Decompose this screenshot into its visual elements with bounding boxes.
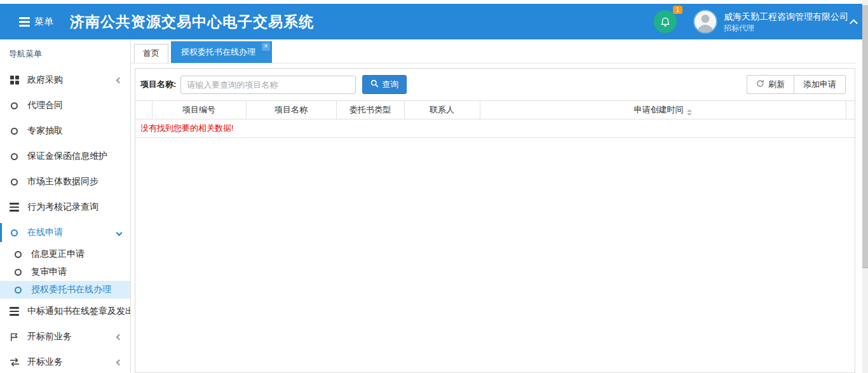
table-empty-area: [135, 138, 855, 372]
applications-table: 项目编号 项目名称 委托书类型 联系人 申请创建时间 没有找到您要的相关数据!: [135, 100, 855, 138]
sidebar-item-label: 中标通知书在线签章及发出: [27, 306, 131, 317]
column-contact-person[interactable]: 联系人: [404, 101, 480, 119]
sidebar-item-label: 信息更正申请: [31, 248, 85, 260]
sidebar-item-label: 市场主体数据同步: [27, 176, 98, 187]
action-button-group: 刷新 添加申请: [747, 75, 846, 94]
refresh-icon: [756, 79, 764, 90]
query-button-label: 查询: [382, 79, 398, 90]
circle-icon: [9, 179, 20, 186]
sidebar-item-label: 开标业务: [27, 356, 63, 368]
sidebar-item-label: 开标前业务: [27, 331, 72, 342]
chevron-down-icon: [116, 229, 123, 236]
sidebar-item-authorization-letter-online[interactable]: 授权委托书在线办理: [0, 281, 130, 299]
chevron-left-icon: [116, 77, 123, 83]
main-content: 首页 授权委托书在线办理 × 项目名称: 查询: [131, 39, 868, 373]
user-info[interactable]: 威海天勤工程咨询管理有限公司 招标代理: [724, 12, 848, 32]
column-creation-time[interactable]: 申请创建时间: [480, 101, 846, 119]
sidebar-item-agency-contract[interactable]: 代理合同: [0, 93, 130, 118]
tab-label: 授权委托书在线办理: [181, 47, 255, 57]
sidebar-item-label: 代理合同: [27, 100, 63, 111]
circle-icon: [13, 287, 24, 294]
sidebar-item-bid-opening[interactable]: 开标业务: [0, 349, 130, 373]
sidebar-item-deposit-guarantee-info[interactable]: 保证金保函信息维护: [0, 144, 130, 169]
app-title: 济南公共资源交易中心电子交易系统: [70, 12, 314, 32]
column-letter-type[interactable]: 委托书类型: [336, 101, 404, 119]
column-spacer: [846, 101, 855, 119]
circle-icon: [9, 102, 20, 109]
refresh-button[interactable]: 刷新: [747, 75, 794, 94]
search-icon: [370, 79, 379, 90]
app-header: 菜单 济南公共资源交易中心电子交易系统 1 威海天勤工程咨询管理有限公司 招标代…: [0, 4, 868, 39]
header-right: 1 威海天勤工程咨询管理有限公司 招标代理: [654, 10, 857, 34]
close-tab-icon[interactable]: ×: [262, 43, 270, 51]
menu-toggle-button[interactable]: 菜单: [19, 16, 53, 28]
notification-count-badge: 1: [673, 6, 682, 14]
column-project-name[interactable]: 项目名称: [246, 101, 336, 119]
swap-icon: [9, 358, 20, 367]
sidebar-item-label: 在线申请: [27, 227, 63, 238]
table-header-row: 项目编号 项目名称 委托书类型 联系人 申请创建时间: [135, 101, 855, 119]
scrollbar-thumb[interactable]: [862, 5, 868, 268]
chevron-up-icon[interactable]: [850, 19, 858, 27]
project-name-input[interactable]: [180, 76, 356, 94]
sidebar-item-government-procurement[interactable]: 政府采购: [0, 67, 130, 93]
add-application-button-label: 添加申请: [803, 79, 836, 90]
sidebar-item-review-application[interactable]: 复审申请: [0, 263, 130, 281]
avatar-silhouette-icon: [702, 15, 710, 23]
sidebar-item-label: 行为考核记录查询: [27, 201, 98, 213]
add-application-button[interactable]: 添加申请: [794, 75, 846, 94]
sidebar-item-behavior-assessment-records[interactable]: 行为考核记录查询: [0, 194, 130, 220]
circle-icon: [13, 251, 24, 258]
column-select: [135, 101, 152, 119]
toolbar: 项目名称: 查询: [135, 69, 855, 100]
sidebar-item-label: 政府采购: [27, 74, 63, 86]
sidebar-item-label: 专家抽取: [27, 125, 63, 137]
sidebar-item-expert-extraction[interactable]: 专家抽取: [0, 118, 130, 144]
company-role: 招标代理: [724, 24, 848, 32]
menu-toggle-label: 菜单: [34, 16, 53, 28]
project-name-label: 项目名称:: [140, 79, 176, 90]
sidebar-item-award-notice-signing[interactable]: 中标通知书在线签章及发出: [0, 299, 130, 324]
sidebar-nav: 导航菜单 政府采购 代理合同 专家抽取 保证金保函信息维护 市场主体数据同步 行…: [0, 39, 131, 373]
circle-icon: [13, 269, 24, 276]
tab-home[interactable]: 首页: [134, 44, 168, 63]
user-avatar[interactable]: [693, 10, 717, 34]
circle-icon: [9, 229, 20, 236]
query-button[interactable]: 查询: [362, 75, 407, 94]
sidebar-item-label: 授权委托书在线办理: [31, 284, 111, 295]
tab-bar: 首页 授权委托书在线办理 ×: [131, 39, 855, 64]
sort-icon[interactable]: [687, 109, 692, 116]
notifications-button[interactable]: 1: [654, 10, 677, 33]
grid-icon: [9, 76, 20, 85]
sidebar-item-label: 保证金保函信息维护: [27, 151, 107, 162]
company-name: 威海天勤工程咨询管理有限公司: [724, 12, 848, 21]
chevron-left-icon: [116, 334, 123, 340]
list-icon: [9, 203, 20, 212]
column-project-number[interactable]: 项目编号: [152, 101, 246, 119]
circle-icon: [9, 128, 20, 135]
refresh-button-label: 刷新: [768, 79, 785, 90]
sidebar-item-info-correction-application[interactable]: 信息更正申请: [0, 245, 130, 263]
sidebar-item-market-entity-data-sync[interactable]: 市场主体数据同步: [0, 169, 130, 194]
flag-icon: [9, 332, 20, 342]
chevron-left-icon: [116, 359, 123, 365]
circle-icon: [9, 153, 20, 160]
sidebar-heading: 导航菜单: [0, 43, 130, 67]
empty-state-message: 没有找到您要的相关数据!: [135, 119, 855, 138]
content-panel: 项目名称: 查询: [135, 68, 855, 373]
hamburger-icon: [19, 17, 30, 27]
sidebar-item-pre-bid-opening[interactable]: 开标前业务: [0, 324, 130, 349]
list-icon: [9, 307, 20, 316]
tab-authorization-letter-online[interactable]: 授权委托书在线办理 ×: [171, 41, 272, 63]
sidebar-item-label: 复审申请: [31, 266, 67, 278]
vertical-scrollbar[interactable]: [862, 0, 868, 373]
empty-state-row: 没有找到您要的相关数据!: [135, 119, 855, 138]
sidebar-item-online-application[interactable]: 在线申请: [0, 220, 130, 245]
